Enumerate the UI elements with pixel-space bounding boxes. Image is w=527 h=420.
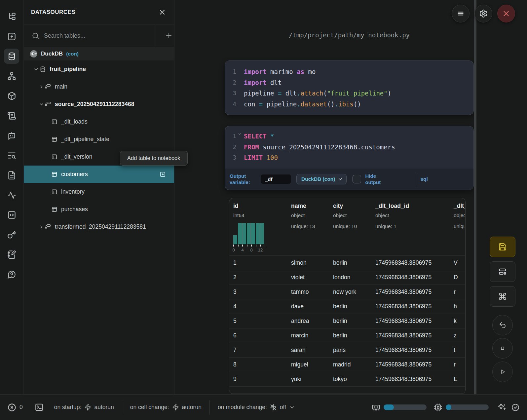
table-row-clipped <box>229 386 465 394</box>
menu-icon <box>456 9 465 18</box>
pane-scrollbar[interactable] <box>474 0 476 394</box>
rail-item-snippets[interactable] <box>4 207 19 222</box>
code-line[interactable]: 1 SELECT * <box>225 131 473 142</box>
save-button[interactable] <box>490 237 515 257</box>
database-icon <box>40 66 46 72</box>
rail-item-logs[interactable] <box>4 108 19 123</box>
scroll-text-icon <box>7 111 16 120</box>
tree-item-transformed_202504291112283581[interactable]: transformed_202504291112283581 <box>24 218 174 236</box>
rail-item-scratchpad[interactable] <box>4 247 19 262</box>
undo-button[interactable] <box>492 315 513 335</box>
code-line[interactable]: 1 import marimo as mo <box>225 66 473 77</box>
function-square-icon <box>7 32 16 41</box>
tree-item-purchases[interactable]: purchases <box>24 201 174 218</box>
rail-item-file-explorer[interactable] <box>4 9 19 24</box>
code-line[interactable]: 2 FROM source_202504291112283468.custome… <box>225 142 473 153</box>
close-button[interactable] <box>497 5 515 22</box>
table-cell: t <box>454 347 466 354</box>
histogram-bar <box>233 235 237 244</box>
fold-chevron-icon[interactable] <box>238 132 242 136</box>
table-cell: k <box>454 318 466 325</box>
notebook-filename[interactable]: /tmp/project/path/my_notebook.py <box>225 31 474 39</box>
column-header-id[interactable]: id int64 04812 <box>233 203 291 252</box>
table-cell: 1745968348.3806975 <box>375 259 454 266</box>
line-number: 4 <box>225 99 236 110</box>
table-cell: h <box>454 303 466 310</box>
rail-item-packages[interactable] <box>4 88 19 103</box>
tree-item-_dlt_loads[interactable]: _dlt_loads <box>24 113 174 131</box>
column-header-name[interactable]: name objectunique: 13 <box>291 203 333 252</box>
stop-button[interactable] <box>492 338 513 359</box>
rail-item-documentation[interactable] <box>4 168 19 183</box>
add-datasource-button[interactable] <box>155 24 174 47</box>
table-icon <box>51 206 57 212</box>
column-header-_dlt_id[interactable]: _dlt_id objectunique: 13 <box>454 203 466 252</box>
code-line[interactable]: 3 LIMIT 100 <box>225 152 473 163</box>
python-cell[interactable]: 1 import marimo as mo 2 import dlt 3 pip… <box>225 60 474 115</box>
sql-language-badge: sql <box>420 174 428 185</box>
chevron-down-icon <box>338 176 343 182</box>
table-search-row <box>24 24 174 47</box>
hide-output-label: Hide output <box>365 173 383 186</box>
tree-item-label: _dlt_loads <box>61 118 88 125</box>
on-module-change-setting[interactable]: on module change: off <box>218 404 295 411</box>
column-header-city[interactable]: city objectunique: 10 <box>333 203 375 252</box>
menu-button[interactable] <box>452 5 470 22</box>
column-header-_dlt_load_id[interactable]: _dlt_load_id objectunique: 1 <box>375 203 454 252</box>
rail-item-help[interactable] <box>4 267 19 282</box>
keyboard-shortcuts-button[interactable] <box>490 286 515 307</box>
add-table-to-notebook-icon[interactable] <box>159 171 166 178</box>
output-variable-input[interactable] <box>261 174 291 184</box>
code-line[interactable]: 2 import dlt <box>225 77 473 88</box>
on-startup-setting[interactable]: on startup: autorun <box>54 404 114 411</box>
error-indicator[interactable]: 0 <box>7 403 23 412</box>
rail-item-functions[interactable] <box>4 29 19 44</box>
rail-item-search-logs[interactable] <box>4 148 19 163</box>
left-icon-rail <box>0 0 23 394</box>
close-panel-icon[interactable] <box>158 8 166 16</box>
layout-panels-button[interactable] <box>490 261 515 282</box>
paint-roller-icon <box>45 84 51 90</box>
histogram-bar <box>260 223 264 244</box>
table-cell: berlin <box>333 332 375 339</box>
table-icon <box>51 154 57 160</box>
tree-item-main[interactable]: main <box>24 78 174 95</box>
table-cell: r <box>454 288 466 295</box>
tree-item-source_202504291112283468[interactable]: source_202504291112283468 <box>24 95 174 113</box>
sparkles-icon[interactable] <box>498 403 507 412</box>
on-cell-change-setting[interactable]: on cell change: autorun <box>130 404 202 411</box>
engine-row-duckdb[interactable]: DuckDB (con) <box>24 47 174 60</box>
engine-select-value: DuckDB (con) <box>301 174 335 185</box>
cpu-usage-bar <box>446 404 489 410</box>
table-header-row: id int64 04812 name objectunique: 13 cit… <box>229 198 465 255</box>
search-tables-input[interactable] <box>44 32 155 39</box>
engine-select[interactable]: DuckDB (con) <box>296 174 347 184</box>
rail-item-secrets[interactable] <box>4 227 19 242</box>
terminal-button[interactable] <box>35 403 44 412</box>
play-icon <box>499 368 507 376</box>
rail-item-ai-chat[interactable] <box>4 128 19 143</box>
rail-item-tracebacks[interactable] <box>4 187 19 203</box>
tree-item-inventory[interactable]: inventory <box>24 183 174 201</box>
check-circle-icon[interactable] <box>511 403 520 412</box>
code-line[interactable]: 3 pipeline = dlt.attach("fruit_pipeline"… <box>225 88 473 99</box>
tree-item-fruit_pipeline[interactable]: fruit_pipeline <box>24 60 174 78</box>
column-dtype: object <box>375 212 454 218</box>
tree-item-customers[interactable]: customers <box>24 166 174 183</box>
marimo-app: { "colors": { "selection_teal": "#2a6b77… <box>0 0 527 420</box>
table-row: 1simonberlin1745968348.3806975V <box>229 255 465 270</box>
square-icon <box>499 344 507 352</box>
hide-output-checkbox[interactable] <box>353 175 361 183</box>
table-cell: 8 <box>233 361 291 368</box>
column-unique-count: unique: 10 <box>333 223 375 229</box>
table-cell: dave <box>291 303 333 310</box>
code-line[interactable]: 4 con = pipeline.dataset().ibis() <box>225 99 473 110</box>
settings-button[interactable] <box>474 5 492 22</box>
sql-cell[interactable]: 1 SELECT * 2 FROM source_202504291112283… <box>225 126 474 190</box>
rail-item-datasources[interactable] <box>4 49 19 64</box>
rail-item-dependencies[interactable] <box>4 68 19 84</box>
column-name: id <box>233 203 291 210</box>
tree-item-_dlt_pipeline_state[interactable]: _dlt_pipeline_state <box>24 131 174 148</box>
paint-roller-icon <box>45 101 51 107</box>
run-button[interactable] <box>492 362 513 382</box>
